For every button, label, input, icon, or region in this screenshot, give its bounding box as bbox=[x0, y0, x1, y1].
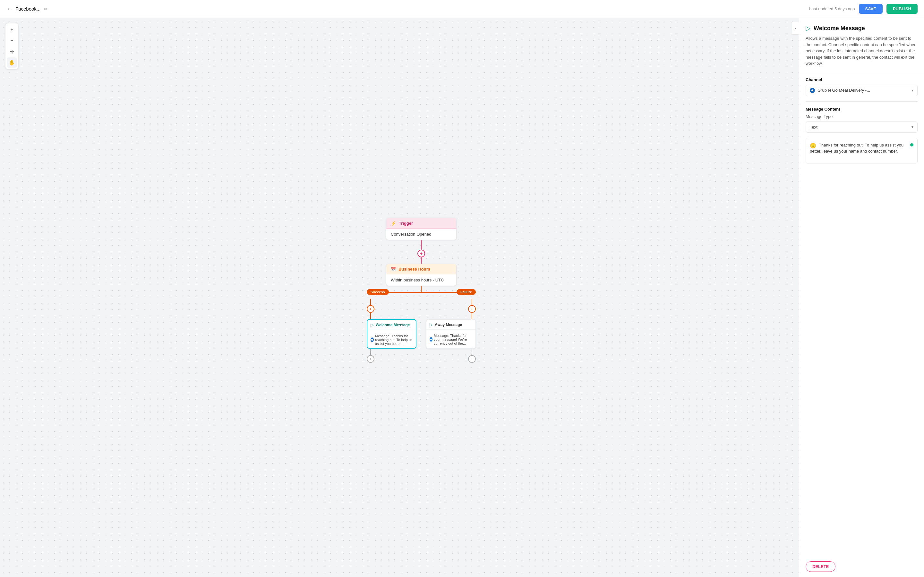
welcome-body: Message: Thanks for reaching out! To hel… bbox=[367, 330, 416, 348]
right-panel-title-row: ▷ Welcome Message bbox=[806, 24, 918, 32]
page-title: Facebook... bbox=[15, 6, 40, 11]
away-message-node[interactable]: ▷ Away Message Message: Thanks for your … bbox=[426, 319, 476, 349]
main-layout: + − ✛ ✋ › ⚡ Trigger Conversation Opened bbox=[0, 18, 924, 577]
branch-adds: + + bbox=[367, 299, 476, 319]
collapse-panel-button[interactable]: › bbox=[791, 22, 799, 35]
connector-line bbox=[421, 240, 422, 250]
away-node-title: Away Message bbox=[435, 322, 462, 327]
trigger-title: Trigger bbox=[399, 221, 413, 226]
back-button[interactable]: ← bbox=[6, 5, 12, 12]
away-message-text: Message: Thanks for your message! We're … bbox=[434, 334, 472, 345]
chevron-down-icon: ▾ bbox=[911, 88, 913, 93]
trigger-header: ⚡ Trigger bbox=[386, 218, 456, 229]
channel-value: Grub N Go Meal Delivery -... bbox=[817, 88, 870, 93]
away-dashed-line bbox=[472, 349, 472, 355]
channel-dot-icon bbox=[810, 88, 815, 93]
delete-button[interactable]: DELETE bbox=[806, 561, 835, 572]
last-updated: Last updated 5 days ago bbox=[809, 6, 855, 11]
failure-line bbox=[472, 299, 472, 305]
zoom-out-button[interactable]: − bbox=[7, 35, 17, 46]
save-button[interactable]: SAVE bbox=[859, 4, 883, 14]
success-label: Success bbox=[367, 289, 389, 295]
away-channel: Message: Thanks for your message! We're … bbox=[430, 334, 472, 345]
branch-labels: Success Failure bbox=[367, 289, 476, 295]
fit-button[interactable]: ✛ bbox=[7, 47, 17, 57]
welcome-add-bottom-button[interactable]: + bbox=[367, 355, 375, 363]
trigger-body: Conversation Opened bbox=[386, 229, 456, 240]
channel-select-inner: Grub N Go Meal Delivery -... bbox=[810, 88, 870, 93]
message-type-chevron: ▾ bbox=[911, 125, 913, 129]
welcome-header: ▷ Welcome Message bbox=[367, 320, 416, 330]
away-channel-icon bbox=[430, 337, 433, 342]
welcome-dashed-line bbox=[370, 349, 371, 355]
away-add-bottom-button[interactable]: + bbox=[468, 355, 476, 363]
biz-title: Business Hours bbox=[399, 267, 430, 271]
connector-line-after bbox=[421, 258, 422, 264]
success-add-connector: + bbox=[367, 299, 375, 319]
zoom-in-button[interactable]: + bbox=[7, 25, 17, 35]
message-status-dot bbox=[910, 143, 913, 147]
biz-header: 📅 Business Hours bbox=[386, 264, 456, 274]
trigger-body-text: Conversation Opened bbox=[391, 232, 431, 237]
message-type-select[interactable]: Text ▾ bbox=[806, 121, 918, 133]
away-header: ▷ Away Message bbox=[426, 319, 475, 330]
edit-title-button[interactable]: ✏ bbox=[44, 6, 47, 11]
right-panel-description: Allows a message with the specified cont… bbox=[806, 35, 918, 67]
failure-label: Failure bbox=[457, 289, 476, 295]
right-panel-body: Channel Grub N Go Meal Delivery -... ▾ M… bbox=[799, 72, 924, 556]
business-hours-node[interactable]: 📅 Business Hours Within business hours -… bbox=[386, 264, 457, 286]
message-type-value: Text bbox=[810, 125, 817, 129]
welcome-message-node[interactable]: ▷ Welcome Message Message: Thanks for re… bbox=[367, 319, 417, 349]
canvas-area[interactable]: + − ✛ ✋ › ⚡ Trigger Conversation Opened bbox=[0, 18, 799, 577]
right-panel-header: ▷ Welcome Message Allows a message with … bbox=[799, 18, 924, 72]
welcome-channel-icon bbox=[371, 338, 374, 342]
success-line bbox=[370, 299, 371, 305]
message-type-label: Message Type bbox=[806, 114, 918, 119]
bottom-nodes: ▷ Welcome Message Message: Thanks for re… bbox=[367, 319, 476, 349]
publish-button[interactable]: PUBLISH bbox=[887, 4, 918, 14]
failure-add-button[interactable]: + bbox=[468, 305, 476, 313]
emoji-icon: 🙂 bbox=[810, 143, 816, 149]
message-input-text: Thanks for reaching out! To help us assi… bbox=[810, 143, 903, 154]
right-panel-footer: DELETE bbox=[799, 556, 924, 577]
add-node-button[interactable]: + bbox=[417, 250, 425, 258]
trigger-node[interactable]: ⚡ Trigger Conversation Opened bbox=[386, 218, 457, 240]
away-body: Message: Thanks for your message! We're … bbox=[426, 330, 475, 348]
left-toolbar: + − ✛ ✋ bbox=[5, 23, 19, 69]
welcome-message-text: Message: Thanks for reaching out! To hel… bbox=[375, 334, 413, 346]
welcome-node-title: Welcome Message bbox=[376, 322, 410, 327]
welcome-channel: Message: Thanks for reaching out! To hel… bbox=[371, 334, 413, 346]
failure-line-after bbox=[472, 313, 472, 319]
section-divider bbox=[806, 101, 918, 102]
away-icon: ▷ bbox=[430, 322, 433, 327]
bottom-connectors: + + bbox=[367, 349, 476, 363]
hand-tool-button[interactable]: ✋ bbox=[7, 57, 17, 68]
trigger-icon: ⚡ bbox=[391, 221, 396, 226]
channel-select[interactable]: Grub N Go Meal Delivery -... ▾ bbox=[806, 85, 918, 96]
header-left: ← Facebook... ✏ bbox=[6, 5, 47, 12]
success-line-after bbox=[370, 313, 371, 319]
biz-body-text: Within business hours - UTC bbox=[391, 277, 444, 282]
welcome-icon: ▷ bbox=[371, 322, 374, 327]
header-right: Last updated 5 days ago SAVE PUBLISH bbox=[809, 4, 918, 14]
message-input-area[interactable]: 🙂 Thanks for reaching out! To help us as… bbox=[806, 138, 918, 163]
workflow-canvas: ⚡ Trigger Conversation Opened + 📅 Busine… bbox=[367, 218, 476, 363]
away-bottom-connector: + bbox=[468, 349, 476, 363]
header: ← Facebook... ✏ Last updated 5 days ago … bbox=[0, 0, 924, 18]
message-content-label: Message Content bbox=[806, 107, 918, 111]
right-panel-title: Welcome Message bbox=[814, 25, 865, 32]
channel-field-label: Channel bbox=[806, 77, 918, 82]
trigger-connector: + bbox=[417, 240, 425, 264]
right-panel-icon: ▷ bbox=[806, 24, 811, 32]
biz-icon: 📅 bbox=[391, 267, 396, 271]
right-panel: ▷ Welcome Message Allows a message with … bbox=[799, 18, 924, 577]
success-add-button[interactable]: + bbox=[367, 305, 375, 313]
biz-body: Within business hours - UTC bbox=[386, 274, 456, 285]
failure-add-connector: + bbox=[468, 299, 476, 319]
welcome-bottom-connector: + bbox=[367, 349, 375, 363]
